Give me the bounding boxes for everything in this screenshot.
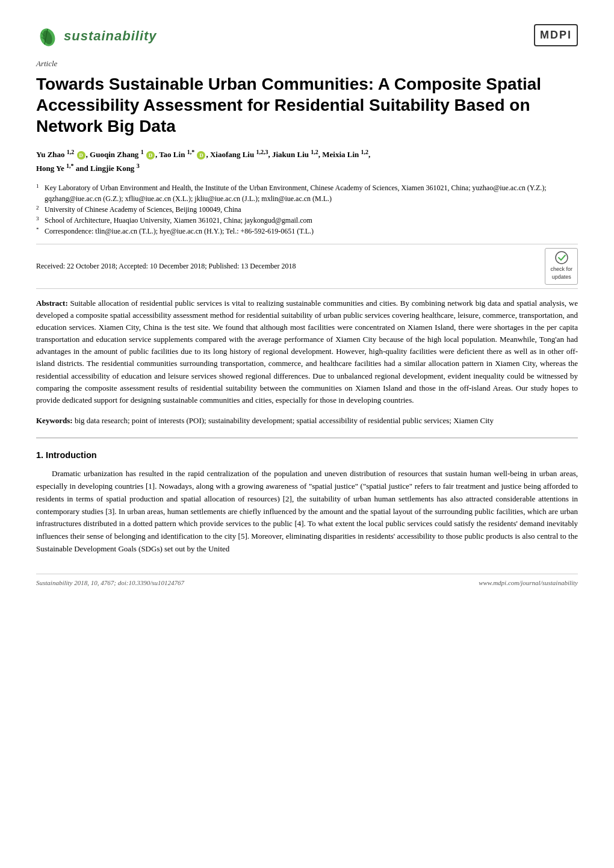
keywords-label: Keywords: bbox=[36, 416, 73, 425]
author-hong-ye: Hong Ye 1,* bbox=[36, 164, 74, 173]
author-xiaofang-liu: Xiaofang Liu 1,2,3 bbox=[210, 150, 268, 159]
orcid-icon-zhao: D bbox=[77, 151, 85, 160]
page-footer: Sustainability 2018, 10, 4767; doi:10.33… bbox=[36, 574, 578, 588]
section1-paragraph1: Dramatic urbanization has resulted in th… bbox=[36, 468, 578, 556]
page-header: sustainability MDPI bbox=[36, 24, 578, 47]
orcid-icon-lin: D bbox=[197, 151, 205, 160]
mdpi-logo: MDPI bbox=[534, 24, 578, 46]
affiliation-3: 3 School of Architecture, Huaqiao Univer… bbox=[36, 215, 578, 226]
abstract-section: Abstract: Suitable allocation of residen… bbox=[36, 297, 578, 406]
authors-block: Yu Zhao 1,2 D, Guoqin Zhang 1 D, Tao Lin… bbox=[36, 147, 578, 175]
section-divider bbox=[36, 438, 578, 438]
author-yu-zhao: Yu Zhao 1,2 bbox=[36, 150, 74, 159]
leaf-icon bbox=[36, 24, 59, 47]
author-lingjie-kong: Lingjie Kong 3 bbox=[90, 164, 140, 173]
affiliations-block: 1 Key Laboratory of Urban Environment an… bbox=[36, 182, 578, 237]
section1-title: 1. Introduction bbox=[36, 449, 578, 462]
journal-logo-area: sustainability bbox=[36, 24, 157, 47]
footer-right: www.mdpi.com/journal/sustainability bbox=[479, 578, 578, 588]
author-and: and bbox=[76, 164, 90, 173]
section1-text: Dramatic urbanization has resulted in th… bbox=[36, 468, 578, 556]
affiliation-2: 2 University of Chinese Academy of Scien… bbox=[36, 204, 578, 215]
check-for-updates-badge[interactable]: check for updates bbox=[545, 248, 578, 285]
journal-name: sustainability bbox=[64, 26, 157, 46]
check-updates-icon bbox=[555, 251, 568, 264]
abstract-label: Abstract: bbox=[36, 299, 68, 308]
article-title: Towards Sustainable Urban Communities: A… bbox=[36, 73, 578, 137]
article-type-label: Article bbox=[36, 58, 578, 70]
correspondence-line: * Correspondence: tlin@iue.ac.cn (T.L.);… bbox=[36, 226, 578, 237]
affiliation-1: 1 Key Laboratory of Urban Environment an… bbox=[36, 182, 578, 204]
keywords-content: big data research; point of interests (P… bbox=[73, 416, 494, 425]
check-updates-label: check for updates bbox=[550, 265, 572, 282]
author-meixia-lin: Meixia Lin 1,2 bbox=[322, 150, 368, 159]
author-jiakun-liu: Jiakun Liu 1,2 bbox=[272, 150, 318, 159]
orcid-icon-zhang: D bbox=[146, 151, 155, 160]
dates-row: Received: 22 October 2018; Accepted: 10 … bbox=[36, 244, 578, 289]
author-tao-lin: Tao Lin 1,* bbox=[159, 150, 194, 159]
abstract-content: Suitable allocation of residential publi… bbox=[36, 299, 578, 405]
svg-point-5 bbox=[556, 252, 568, 264]
footer-left: Sustainability 2018, 10, 4767; doi:10.33… bbox=[36, 578, 184, 588]
abstract-text: Abstract: Suitable allocation of residen… bbox=[36, 297, 578, 406]
author-guoqin-zhang: Guoqin Zhang 1 bbox=[90, 150, 144, 159]
publication-dates: Received: 22 October 2018; Accepted: 10 … bbox=[36, 261, 296, 271]
keywords-section: Keywords: big data research; point of in… bbox=[36, 415, 578, 427]
